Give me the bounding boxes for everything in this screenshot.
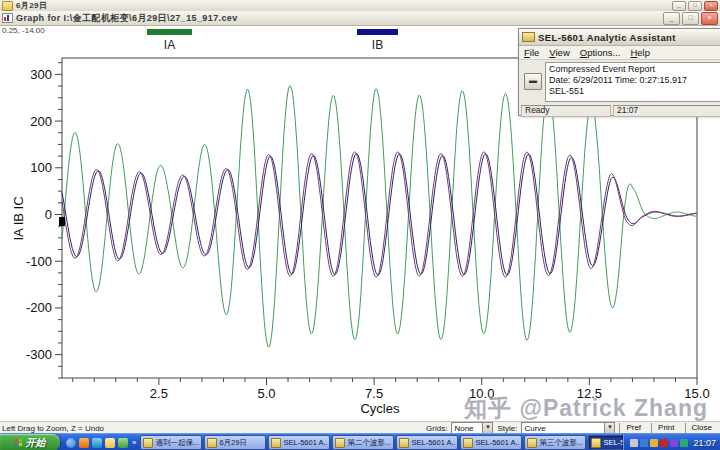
- system-tray: 21:07: [623, 434, 720, 450]
- tray-network-icon[interactable]: [640, 439, 648, 447]
- assistant-titlebar[interactable]: SEL-5601 Analytic Assistant: [519, 29, 720, 46]
- y-tick-label: 200: [30, 114, 52, 129]
- x-axis-label: Cycles: [320, 401, 440, 416]
- task-app-icon: [463, 438, 473, 448]
- sel-app-icon: [522, 32, 535, 42]
- menu-file[interactable]: File: [524, 47, 539, 58]
- cursor-marker: [59, 217, 65, 226]
- y-tick-label: 0: [45, 207, 52, 222]
- start-button[interactable]: 开始: [0, 434, 60, 450]
- graph-window-title: Graph for I:\金工配机柜变\6月29日\27_15_917.cev: [16, 12, 238, 25]
- legend-swatch-ib: [357, 29, 398, 35]
- close-button[interactable]: Close: [685, 423, 718, 433]
- ie-icon[interactable]: [66, 438, 76, 448]
- assistant-title: SEL-5601 Analytic Assistant: [538, 32, 676, 43]
- taskbar-button[interactable]: SEL-5601 A...: [460, 435, 522, 450]
- grids-label: Grids:: [426, 424, 447, 433]
- assistant-menubar: FileViewOptions...Help: [519, 46, 720, 60]
- event-report-line: SEL-551: [549, 86, 720, 97]
- legend-item-ia: IA: [147, 29, 192, 52]
- task-app-icon: [207, 438, 217, 448]
- taskbar-button[interactable]: SEL-5601 A...: [396, 435, 458, 450]
- folder-icon: [2, 1, 13, 11]
- chevron-down-icon[interactable]: ▼: [604, 423, 614, 433]
- analytic-assistant-window[interactable]: SEL-5601 Analytic Assistant FileViewOpti…: [518, 28, 720, 116]
- tray-printer-icon[interactable]: [630, 439, 638, 447]
- legend-item-ib: IB: [357, 29, 398, 52]
- minimize-icon[interactable]: _: [663, 12, 680, 25]
- waveform-ib: [62, 152, 697, 277]
- taskbar: 开始 » 遇到一起保...6月29日SEL-5601 A...第二个波形...S…: [0, 433, 720, 450]
- x-tick-label: 2.5: [150, 386, 168, 401]
- status-time: 21:07: [613, 105, 720, 117]
- menu-view[interactable]: View: [549, 47, 569, 58]
- tray-ime-icon[interactable]: [670, 439, 678, 447]
- zhihu-watermark: 知乎 @Patrick Zhang: [464, 393, 708, 424]
- taskbar-button[interactable]: 6月29日: [204, 435, 266, 450]
- y-tick-label: 300: [30, 67, 52, 82]
- event-report-line: Compressed Event Report: [549, 64, 720, 75]
- style-label: Style:: [497, 424, 517, 433]
- mail-icon[interactable]: [105, 438, 115, 448]
- taskbar-button[interactable]: 第二个波形...: [332, 435, 394, 450]
- event-report-panel[interactable]: Compressed Event Report Date: 6/29/2011 …: [545, 62, 720, 102]
- task-app-icon: [399, 438, 409, 448]
- zoom-hint-text: Left Drag to Zoom, Z = Undo: [2, 424, 104, 433]
- taskbar-button[interactable]: SEL-5601 A...: [268, 435, 330, 450]
- assistant-client-area: ▬ Compressed Event Report Date: 6/29/201…: [519, 60, 720, 104]
- media-player-icon[interactable]: [79, 438, 89, 448]
- x-tick-label: 5.0: [257, 386, 275, 401]
- tray-volume-icon[interactable]: [680, 439, 688, 447]
- legend-label-ia: IA: [147, 38, 192, 52]
- graph-window-titlebar[interactable]: Graph for I:\金工配机柜变\6月29日\27_15_917.cev …: [0, 11, 720, 26]
- tray-antivirus-icon[interactable]: [660, 439, 668, 447]
- x-tick-label: 7.5: [365, 386, 383, 401]
- menu-help[interactable]: Help: [630, 47, 650, 58]
- cursor-readout: 0.25, -14.00: [2, 26, 45, 35]
- task-button-strip: 遇到一起保...6月29日SEL-5601 A...第二个波形...SEL-56…: [140, 435, 623, 450]
- y-tick-label: 100: [30, 160, 52, 175]
- event-collapse-button[interactable]: ▬: [524, 73, 542, 90]
- task-app-icon: [271, 438, 281, 448]
- taskbar-button[interactable]: 第三个波形...: [524, 435, 586, 450]
- waveform-ia: [62, 86, 697, 348]
- close-icon[interactable]: ×: [704, 1, 718, 11]
- task-app-icon: [591, 438, 601, 448]
- legend-label-ib: IB: [357, 38, 398, 52]
- graph-app-icon: [2, 13, 13, 23]
- quick-launch: »: [66, 438, 136, 448]
- y-axis-label: IA IB IC: [11, 169, 26, 269]
- print-button[interactable]: Print: [651, 423, 680, 433]
- chevron-down-icon[interactable]: ▼: [482, 423, 492, 433]
- status-ready: Ready: [521, 105, 611, 117]
- taskbar-button[interactable]: 遇到一起保...: [140, 435, 202, 450]
- desktop-icon[interactable]: [118, 438, 128, 448]
- y-tick-label: -100: [26, 254, 52, 269]
- windows-logo-icon: [15, 438, 23, 447]
- task-app-icon: [527, 438, 537, 448]
- tray-update-icon[interactable]: [650, 439, 658, 447]
- desktop-screen: 6月29日 _ □ × Graph for I:\金工配机柜变\6月29日\27…: [0, 0, 720, 450]
- taskbar-button[interactable]: SEL-5601 A: [588, 435, 623, 450]
- task-app-icon: [335, 438, 345, 448]
- y-tick-label: -300: [26, 347, 52, 362]
- assistant-statusbar: Ready 21:07: [519, 104, 720, 118]
- waveform-ic: [62, 154, 697, 275]
- messenger-icon[interactable]: [92, 438, 102, 448]
- maximize-icon[interactable]: □: [688, 1, 702, 11]
- y-tick-label: -200: [26, 300, 52, 315]
- minimize-icon[interactable]: _: [672, 1, 686, 11]
- event-report-line: Date: 6/29/2011 Time: 0:27:15.917: [549, 75, 720, 86]
- task-app-icon: [143, 438, 153, 448]
- folder-window-title: 6月29日: [16, 0, 47, 11]
- maximize-icon[interactable]: □: [682, 12, 699, 25]
- pref-button[interactable]: Pref: [619, 423, 647, 433]
- close-icon[interactable]: ×: [701, 12, 718, 25]
- menu-options[interactable]: Options...: [580, 47, 621, 58]
- chevron-right-icon[interactable]: »: [132, 438, 136, 447]
- legend-swatch-ia: [147, 29, 192, 35]
- taskbar-clock: 21:07: [693, 438, 716, 448]
